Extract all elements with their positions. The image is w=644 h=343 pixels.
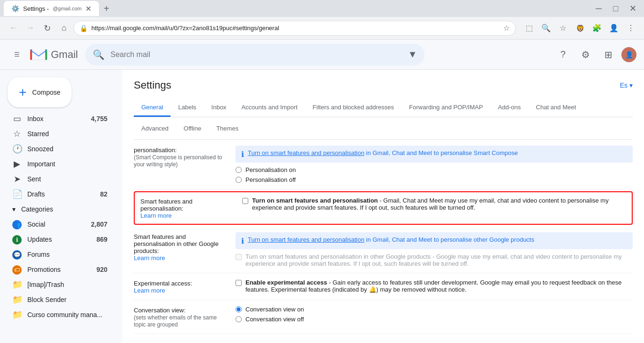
promotions-count: 920 bbox=[97, 266, 107, 273]
important-icon: ▶ bbox=[12, 159, 22, 169]
conversation-view-off-radio[interactable] bbox=[236, 316, 242, 322]
sidebar-item-imap-trash[interactable]: 📁 [Imap]/Trash bbox=[0, 277, 115, 292]
conversation-view-off-label: Conversation view off bbox=[245, 316, 304, 323]
maximize-button[interactable]: □ bbox=[608, 1, 623, 16]
brave-icon[interactable]: 🦁 bbox=[572, 21, 587, 36]
sidebar-label-updates: Updates bbox=[27, 236, 91, 243]
forward-button[interactable]: → bbox=[23, 21, 38, 36]
sidebar-item-drafts[interactable]: 📄 Drafts 82 bbox=[0, 187, 115, 202]
settings-button[interactable]: ⚙ bbox=[576, 45, 595, 64]
settings-tabs-row1: General Labels Inbox Accounts and Import… bbox=[134, 99, 633, 117]
sidebar-item-social[interactable]: 👥 Social 2,807 bbox=[0, 217, 115, 232]
tab-themes[interactable]: Themes bbox=[209, 121, 246, 136]
sidebar-label-curso: Curso community mana... bbox=[27, 311, 107, 318]
sidebar-item-block-sender[interactable]: 📁 Block Sender bbox=[0, 292, 115, 307]
settings-language[interactable]: Es ▾ bbox=[620, 82, 633, 89]
tab-forwarding-pop[interactable]: Forwarding and POP/IMAP bbox=[401, 99, 490, 117]
conversation-view-on-label: Conversation view on bbox=[245, 306, 304, 313]
tab-inbox[interactable]: Inbox bbox=[204, 99, 234, 117]
folder-icon: 📁 bbox=[12, 279, 22, 290]
tab-general[interactable]: General bbox=[134, 99, 171, 117]
sidebar-label-block-sender: Block Sender bbox=[27, 296, 107, 303]
sidebar-item-promotions[interactable]: 🏷 Promotions 920 bbox=[0, 262, 115, 277]
sidebar-item-important[interactable]: ▶ Important bbox=[0, 156, 115, 172]
experimental-label-text: Experimental access: bbox=[134, 280, 192, 287]
apps-button[interactable]: ⊞ bbox=[599, 45, 618, 64]
sidebar-label-snoozed: Snoozed bbox=[27, 145, 107, 153]
promotions-icon: 🏷 bbox=[12, 265, 22, 275]
lock-icon: 🔒 bbox=[80, 24, 88, 32]
tab-chat-meet[interactable]: Chat and Meet bbox=[529, 99, 584, 117]
sidebar-item-starred[interactable]: ☆ Starred bbox=[0, 126, 115, 141]
inbox-count: 4,755 bbox=[91, 115, 107, 122]
experimental-checkbox[interactable] bbox=[236, 280, 242, 286]
profile-icon[interactable]: 👤 bbox=[606, 21, 621, 36]
inbox-icon: ▭ bbox=[12, 114, 22, 124]
help-button[interactable]: ? bbox=[554, 45, 572, 64]
drafts-icon: 📄 bbox=[12, 189, 22, 199]
sidebar-label-drafts: Drafts bbox=[27, 190, 94, 198]
bookmark-button[interactable]: ☆ bbox=[555, 21, 571, 36]
settings-label-smart-features: Smart features and personalisation: Lear… bbox=[140, 197, 235, 219]
sidebar-item-curso[interactable]: 📁 Curso community mana... bbox=[0, 307, 115, 322]
browser-tab-1[interactable]: ⚙️ Settings - @gmail.com ✕ bbox=[4, 1, 99, 16]
tab-close-button[interactable]: ✕ bbox=[85, 4, 91, 13]
compose-button[interactable]: + Compose bbox=[8, 77, 72, 107]
starred-icon: ☆ bbox=[12, 129, 22, 139]
sidebar-item-snoozed[interactable]: 🕐 Snoozed bbox=[0, 141, 115, 156]
smart-features-desc: Turn on smart features and personalisati… bbox=[252, 197, 626, 211]
menu-button[interactable]: ⋮ bbox=[623, 21, 638, 36]
gmail-logo-m-svg bbox=[30, 48, 47, 61]
smart-features-learn-more[interactable]: Learn more bbox=[140, 212, 171, 219]
home-button[interactable]: ⌂ bbox=[57, 21, 72, 36]
conversation-view-radio-group: Conversation view on Conversation view o… bbox=[236, 306, 633, 323]
tab-accounts-import[interactable]: Accounts and Import bbox=[234, 99, 305, 117]
experimental-desc: Enable experimental access - Gain early … bbox=[245, 279, 633, 293]
extensions-button[interactable]: 🧩 bbox=[589, 21, 604, 36]
personalisation-off-option[interactable]: Personalisation off bbox=[236, 176, 633, 183]
search-input[interactable] bbox=[110, 50, 402, 59]
reload-button[interactable]: ↻ bbox=[40, 21, 55, 36]
sidebar-item-forums[interactable]: 💬 Forums bbox=[0, 247, 115, 262]
conversation-view-sublabel: (sets whether emails of the same topic a… bbox=[134, 314, 217, 328]
tab-labels[interactable]: Labels bbox=[171, 99, 204, 117]
settings-title: Settings Es ▾ bbox=[134, 79, 633, 91]
avatar[interactable]: 👤 bbox=[621, 47, 636, 62]
browser-search-button[interactable]: 🔍 bbox=[538, 21, 554, 36]
sidebar: + Compose ▭ Inbox 4,755 ☆ Starred 🕐 Snoo… bbox=[0, 70, 122, 343]
hamburger-menu-button[interactable]: ☰ bbox=[8, 45, 26, 64]
sidebar-item-inbox[interactable]: ▭ Inbox 4,755 bbox=[0, 111, 115, 126]
smart-features-google-info-link[interactable]: Turn on smart features and personalisati… bbox=[248, 236, 364, 243]
back-button[interactable]: ← bbox=[6, 21, 21, 36]
personalisation-info-box: ℹ Turn on smart features and personalisa… bbox=[236, 146, 633, 163]
smart-features-google-learn-more[interactable]: Learn more bbox=[134, 254, 165, 261]
address-bar[interactable]: 🔒 https://mail.google.com/mail/u/0/?zx=2… bbox=[73, 21, 516, 36]
experimental-checkbox-row: Enable experimental access - Gain early … bbox=[236, 279, 633, 293]
new-tab-button[interactable]: + bbox=[102, 1, 111, 16]
conversation-view-on-radio[interactable] bbox=[236, 306, 242, 312]
close-window-button[interactable]: ✕ bbox=[625, 1, 640, 16]
sidebar-item-updates[interactable]: ℹ Updates 869 bbox=[0, 232, 115, 247]
tab-offline[interactable]: Offline bbox=[176, 121, 209, 136]
sidebar-item-sent[interactable]: ➤ Sent bbox=[0, 172, 115, 187]
browser-right-icons: ⬚ 🔍 ☆ 🦁 🧩 👤 ⋮ bbox=[522, 21, 638, 36]
tab-advanced[interactable]: Advanced bbox=[134, 121, 176, 136]
smart-features-google-checkbox[interactable] bbox=[236, 254, 242, 260]
conversation-view-on-option[interactable]: Conversation view on bbox=[236, 306, 633, 313]
settings-label-conversation-view: Conversation view: (sets whether emails … bbox=[134, 306, 228, 328]
sidebar-label-social: Social bbox=[27, 220, 85, 228]
cast-button[interactable]: ⬚ bbox=[522, 21, 537, 36]
smart-features-checkbox[interactable] bbox=[242, 198, 248, 204]
tab-add-ons[interactable]: Add-ons bbox=[490, 99, 528, 117]
settings-label-experimental: Experimental access: Learn more bbox=[134, 279, 228, 294]
search-dropdown-icon[interactable]: ▼ bbox=[408, 49, 417, 60]
experimental-learn-more[interactable]: Learn more bbox=[134, 287, 165, 294]
tab-filters-blocked[interactable]: Filters and blocked addresses bbox=[305, 99, 402, 117]
star-icon[interactable]: ☆ bbox=[503, 24, 510, 33]
sent-icon: ➤ bbox=[12, 174, 22, 184]
minimize-button[interactable]: ─ bbox=[591, 1, 606, 16]
conversation-view-off-option[interactable]: Conversation view off bbox=[236, 316, 633, 323]
search-bar[interactable]: 🔍 ▼ bbox=[85, 44, 424, 65]
personalisation-on-option[interactable]: Personalisation on bbox=[236, 166, 633, 173]
personalisation-info-link[interactable]: Turn on smart features and personalisati… bbox=[248, 149, 364, 156]
